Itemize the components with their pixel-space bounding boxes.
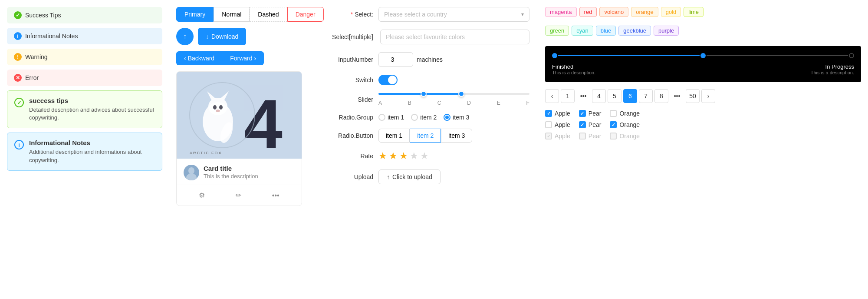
star-3[interactable]: ★ xyxy=(399,150,408,162)
radio-label-2: item 2 xyxy=(420,114,437,121)
checkbox-pear-1-label: Pear xyxy=(589,110,602,117)
radio-btn-2[interactable]: item 2 xyxy=(410,129,441,143)
checkbox-orange-2-box xyxy=(610,121,617,128)
slider-thumb-1[interactable] xyxy=(421,91,427,97)
slider-label-e: E xyxy=(497,100,500,106)
tags-row-2: green cyan blue geekblue purple xyxy=(545,26,861,36)
alert-success-simple: ✓ Success Tips xyxy=(7,7,162,23)
tag-blue[interactable]: blue xyxy=(596,26,616,36)
radio-circle-2 xyxy=(411,114,418,121)
page-btn-4[interactable]: 4 xyxy=(592,89,606,103)
primary-button[interactable]: Primary xyxy=(176,7,214,22)
country-select-placeholder: Please select a country xyxy=(384,11,447,18)
tag-red[interactable]: red xyxy=(579,7,597,17)
card-title: Card title xyxy=(204,165,258,172)
svg-point-8 xyxy=(219,105,223,110)
tag-purple[interactable]: purple xyxy=(654,26,679,36)
alert-error-simple: ✕ Error xyxy=(7,70,162,86)
download-button[interactable]: ↓ Download xyxy=(198,28,246,45)
select-arrow-icon: ▾ xyxy=(521,11,524,17)
select-row: * Select: Please select a country ▾ xyxy=(317,7,529,22)
tag-cyan[interactable]: cyan xyxy=(572,26,593,36)
tag-volcano[interactable]: volcano xyxy=(599,7,628,17)
checkbox-pear-3: Pear xyxy=(579,133,602,140)
checkbox-orange-2[interactable]: Orange xyxy=(610,121,640,128)
page-btn-5[interactable]: 5 xyxy=(608,89,621,103)
tag-lime[interactable]: lime xyxy=(684,7,704,17)
slider-label-a: A xyxy=(378,100,382,106)
step-2-content: In Progress This is a description. xyxy=(811,63,854,75)
step-2-connector xyxy=(707,55,848,56)
page-btn-50[interactable]: 50 xyxy=(686,89,700,103)
slider-thumb-2[interactable] xyxy=(458,91,464,97)
radio-item-3[interactable]: item 3 xyxy=(444,114,469,121)
checkbox-pear-3-box xyxy=(579,133,586,140)
svg-point-9 xyxy=(216,110,220,112)
forward-label: Forward xyxy=(230,55,252,62)
required-star: * xyxy=(351,11,355,18)
success-icon: ✓ xyxy=(14,11,22,19)
page-btn-7[interactable]: 7 xyxy=(639,89,653,103)
pagination: ‹ 1 ••• 4 5 6 7 8 ••• 50 › xyxy=(545,89,861,103)
checkbox-pear-2-box xyxy=(579,121,586,128)
svg-point-7 xyxy=(213,105,217,110)
upload-icon-button[interactable]: ↑ xyxy=(176,28,194,45)
star-5[interactable]: ★ xyxy=(420,150,429,162)
number-input[interactable] xyxy=(378,52,413,67)
card-text: Card title This is the description xyxy=(204,165,258,179)
alert-info-simple: i Informational Notes xyxy=(7,28,162,44)
toggle-switch[interactable] xyxy=(378,75,398,85)
svg-rect-0 xyxy=(177,72,302,159)
radio-label-3: item 3 xyxy=(453,114,469,121)
error-icon: ✕ xyxy=(14,74,22,82)
radio-btn-1[interactable]: item 1 xyxy=(378,129,410,143)
radio-btn-3[interactable]: item 3 xyxy=(441,129,472,143)
svg-point-4 xyxy=(208,98,227,115)
checkbox-pear-3-label: Pear xyxy=(589,133,602,140)
checkbox-apple-3-box xyxy=(545,133,552,140)
tag-gold[interactable]: gold xyxy=(661,7,681,17)
checkbox-orange-2-label: Orange xyxy=(619,121,640,128)
forward-button[interactable]: Forward › xyxy=(222,51,264,65)
page-btn-6[interactable]: 6 xyxy=(623,89,637,103)
step-2-dot xyxy=(700,53,706,58)
checkbox-pear-2[interactable]: Pear xyxy=(579,121,602,128)
alert-success-label: Success Tips xyxy=(25,12,61,19)
button-row-2: ↑ ↓ Download xyxy=(176,28,301,45)
slider-track[interactable] xyxy=(378,93,529,95)
card-settings-button[interactable]: ⚙ xyxy=(195,189,208,201)
page-prev-button[interactable]: ‹ xyxy=(545,89,559,103)
star-2[interactable]: ★ xyxy=(389,150,398,162)
tag-orange[interactable]: orange xyxy=(631,7,658,17)
checkbox-apple-2[interactable]: Apple xyxy=(545,121,570,128)
checkbox-orange-1[interactable]: Orange xyxy=(610,110,640,117)
checkbox-pear-1[interactable]: Pear xyxy=(579,110,602,117)
card-edit-button[interactable]: ✏ xyxy=(232,189,245,201)
dashed-button[interactable]: Dashed xyxy=(250,7,287,22)
checkbox-apple-1[interactable]: Apple xyxy=(545,110,570,117)
slider-fill xyxy=(378,93,461,95)
info-detailed-icon: i xyxy=(14,140,24,150)
backward-button[interactable]: ‹ Backward xyxy=(176,51,222,65)
steps-line-row xyxy=(552,53,854,58)
card-more-button[interactable]: ••• xyxy=(269,190,283,201)
tag-geekblue[interactable]: geekblue xyxy=(618,26,651,36)
page-next-button[interactable]: › xyxy=(701,89,715,103)
page-btn-1[interactable]: 1 xyxy=(561,89,575,103)
star-4[interactable]: ★ xyxy=(410,150,418,162)
card-body: Card title This is the description xyxy=(177,159,302,185)
normal-button[interactable]: Normal xyxy=(214,7,250,22)
country-select[interactable]: Please select a country ▾ xyxy=(378,7,529,22)
star-1[interactable]: ★ xyxy=(378,150,387,162)
colors-select-placeholder: Please select favourite colors xyxy=(386,33,465,40)
upload-button[interactable]: ↑ Click to upload xyxy=(378,169,441,184)
radio-circle-1 xyxy=(378,114,385,121)
radio-item-1[interactable]: item 1 xyxy=(378,114,404,121)
download-icon: ↓ xyxy=(206,33,209,40)
colors-select[interactable]: Please select favourite colors xyxy=(380,30,529,44)
tag-magenta[interactable]: magenta xyxy=(545,7,577,17)
tag-green[interactable]: green xyxy=(545,26,569,36)
page-btn-8[interactable]: 8 xyxy=(654,89,668,103)
alert-error-label: Error xyxy=(25,74,39,81)
radio-item-2[interactable]: item 2 xyxy=(411,114,437,121)
